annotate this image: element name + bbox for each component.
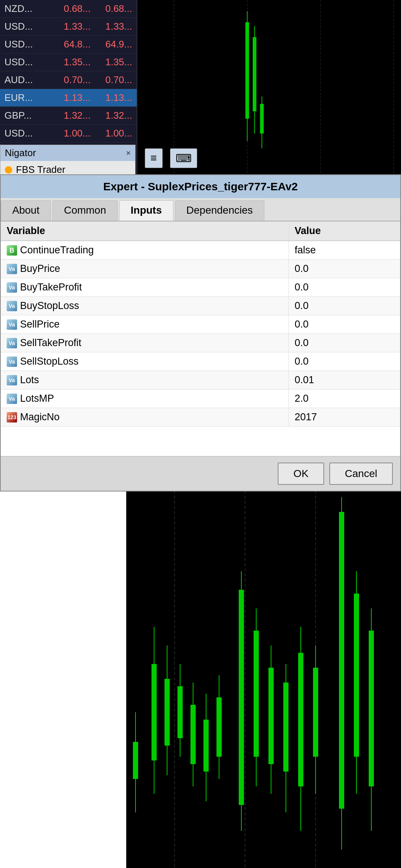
- symbol-name-aud: AUD...: [4, 74, 49, 86]
- svg-rect-24: [151, 664, 157, 760]
- table-row[interactable]: Va SellStopLoss 0.0: [1, 352, 400, 371]
- table-row[interactable]: Va SellPrice 0.0: [1, 315, 400, 334]
- var-name-magicno: MagicNo: [20, 411, 60, 423]
- symbol-bid-usd1: 1.33...: [50, 21, 91, 32]
- val-sellprice[interactable]: 0.0: [288, 315, 400, 334]
- var-cell-lots: Va Lots: [1, 371, 288, 389]
- val-lotsmp[interactable]: 2.0: [288, 389, 400, 408]
- dialog-title: Expert - SuplexPrices_tiger777-EAv2: [1, 175, 400, 198]
- table-spacer-row: [1, 427, 400, 456]
- symbol-name-usd2: USD...: [4, 39, 49, 50]
- symbol-row-usd4[interactable]: USD... 1.00... 1.00...: [0, 125, 137, 142]
- svg-rect-48: [339, 512, 344, 809]
- table-row[interactable]: 123 MagicNo 2017: [1, 408, 400, 427]
- val-continuetrading[interactable]: false: [288, 241, 400, 260]
- svg-rect-22: [133, 742, 138, 779]
- var-icon-lots: Va: [7, 375, 17, 385]
- table-row[interactable]: B ContinueTrading false: [1, 241, 400, 260]
- tab-inputs[interactable]: Inputs: [119, 200, 173, 221]
- table-row[interactable]: Va BuyPrice 0.0: [1, 260, 400, 278]
- symbol-ask-nzd: 0.68...: [91, 3, 132, 14]
- symbol-row-nzd[interactable]: NZD... 0.68... 0.68...: [0, 0, 137, 18]
- fbs-trader-label[interactable]: FBS Trader: [16, 164, 65, 175]
- var-cell-buytakeprofit: Va BuyTakeProfit: [1, 278, 288, 297]
- cancel-button[interactable]: Cancel: [329, 463, 393, 485]
- svg-rect-42: [283, 683, 288, 772]
- col-variable: Variable: [1, 221, 288, 241]
- svg-rect-46: [313, 668, 318, 757]
- symbol-row-usd1[interactable]: USD... 1.33... 1.33...: [0, 18, 137, 36]
- svg-rect-36: [239, 590, 244, 805]
- var-icon-buytakeprofit: Va: [7, 282, 17, 293]
- svg-rect-52: [369, 631, 374, 786]
- symbol-row-gbp[interactable]: GBP... 1.32... 1.32...: [0, 107, 137, 125]
- tab-common[interactable]: Common: [52, 200, 118, 221]
- var-icon-selltakeprofit: Va: [7, 338, 17, 348]
- symbol-bid-aud: 0.70...: [50, 74, 91, 86]
- val-magicno[interactable]: 2017: [288, 408, 400, 427]
- svg-rect-4: [245, 22, 249, 119]
- table-row[interactable]: Va LotsMP 2.0: [1, 389, 400, 408]
- expert-dialog: Expert - SuplexPrices_tiger777-EAv2 Abou…: [0, 174, 401, 491]
- navigator-close-button[interactable]: ×: [126, 148, 131, 158]
- var-cell-buystoploss: Va BuyStopLoss: [1, 297, 288, 315]
- symbol-name-usd4: USD...: [4, 128, 49, 139]
- var-name-lotsmp: LotsMP: [20, 393, 54, 404]
- symbol-bid-usd3: 1.35...: [50, 56, 91, 68]
- svg-rect-7: [253, 37, 257, 111]
- symbol-ask-usd2: 64.9...: [91, 39, 132, 50]
- col-value: Value: [288, 221, 400, 241]
- var-name-sellprice: SellPrice: [20, 319, 60, 330]
- svg-rect-30: [190, 705, 196, 764]
- svg-rect-26: [164, 679, 170, 746]
- svg-rect-50: [354, 594, 359, 757]
- symbol-row-usd3[interactable]: USD... 1.35... 1.35...: [0, 53, 137, 71]
- val-selltakeprofit[interactable]: 0.0: [288, 334, 400, 352]
- tab-dependencies[interactable]: Dependencies: [175, 200, 264, 221]
- svg-rect-44: [298, 653, 303, 786]
- hamburger-menu-icon[interactable]: ≡: [145, 148, 163, 168]
- val-sellstoploss[interactable]: 0.0: [288, 352, 400, 371]
- symbol-bid-nzd: 0.68...: [50, 3, 91, 14]
- var-icon-lotsmp: Va: [7, 394, 17, 404]
- var-cell-sellprice: Va SellPrice: [1, 315, 288, 334]
- keyboard-icon[interactable]: ⌨: [170, 148, 197, 168]
- val-buyprice[interactable]: 0.0: [288, 260, 400, 278]
- symbol-ask-usd4: 1.00...: [91, 128, 132, 139]
- dialog-tabs: About Common Inputs Dependencies: [1, 198, 400, 221]
- var-name-selltakeprofit: SellTakeProfit: [20, 337, 81, 349]
- navigator-title-text: Nigator: [5, 147, 36, 159]
- symbol-bid-eur: 1.13...: [50, 92, 91, 103]
- num-icon-magicno: 123: [7, 412, 17, 423]
- navigator-title-bar: Nigator ×: [0, 145, 135, 161]
- table-row[interactable]: Va SellTakeProfit 0.0: [1, 334, 400, 352]
- bool-icon: B: [7, 245, 17, 256]
- table-row[interactable]: Va BuyTakeProfit 0.0: [1, 278, 400, 297]
- val-lots[interactable]: 0.01: [288, 371, 400, 389]
- var-icon-buystoploss: Va: [7, 301, 17, 311]
- table-row[interactable]: Va Lots 0.01: [1, 371, 400, 389]
- var-cell-selltakeprofit: Va SellTakeProfit: [1, 334, 288, 352]
- val-buystoploss[interactable]: 0.0: [288, 297, 400, 315]
- ok-button[interactable]: OK: [278, 463, 324, 485]
- val-buytakeprofit[interactable]: 0.0: [288, 278, 400, 297]
- var-name-buytakeprofit: BuyTakeProfit: [20, 282, 82, 293]
- symbol-ask-gbp: 1.32...: [91, 110, 132, 121]
- symbol-ask-eur: 1.13...: [91, 92, 132, 103]
- var-cell-sellstoploss: Va SellStopLoss: [1, 352, 288, 371]
- symbol-name-usd3: USD...: [4, 56, 49, 68]
- tab-about[interactable]: About: [1, 200, 51, 221]
- symbol-row-eur[interactable]: EUR... 1.13... 1.13...: [0, 89, 137, 107]
- symbol-name-usd1: USD...: [4, 21, 49, 32]
- var-name-continuetrading: ContinueTrading: [20, 244, 94, 256]
- symbol-row-aud[interactable]: AUD... 0.70... 0.70...: [0, 71, 137, 89]
- svg-rect-40: [268, 668, 274, 764]
- var-cell-magicno: 123 MagicNo: [1, 408, 288, 427]
- symbol-name-gbp: GBP...: [4, 110, 49, 121]
- symbol-bid-usd4: 1.00...: [50, 128, 91, 139]
- var-icon-sellprice: Va: [7, 319, 17, 330]
- var-name-lots: Lots: [20, 374, 39, 386]
- table-row[interactable]: Va BuyStopLoss 0.0: [1, 297, 400, 315]
- symbol-row-usd2[interactable]: USD... 64.8... 64.9...: [0, 36, 137, 53]
- dialog-footer: OK Cancel: [1, 456, 400, 491]
